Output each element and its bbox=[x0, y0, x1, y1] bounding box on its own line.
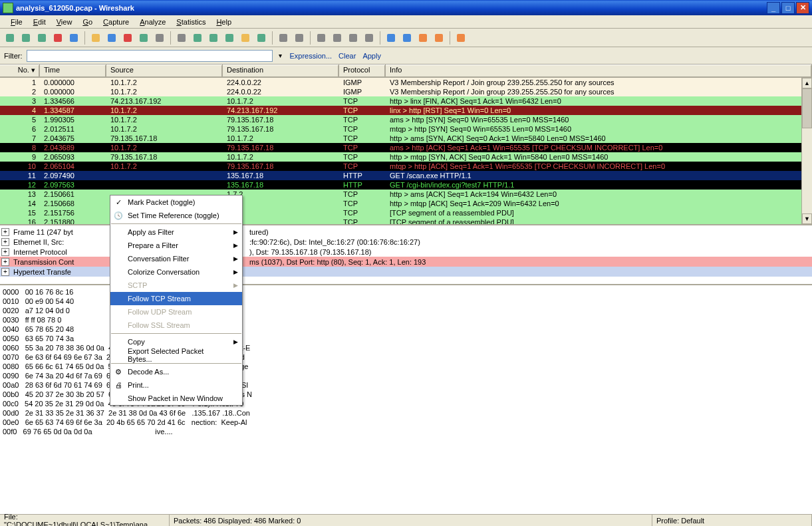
minimize-button[interactable]: _ bbox=[767, 2, 780, 14]
context-print[interactable]: 🖨Print... bbox=[110, 378, 242, 392]
toolbar-auto-scroll-icon[interactable] bbox=[292, 31, 307, 45]
expand-icon[interactable]: + bbox=[1, 268, 9, 276]
toolbar-stop-icon[interactable] bbox=[51, 31, 65, 45]
context-set-time-reference-toggle[interactable]: 🕓Set Time Reference (toggle) bbox=[110, 209, 242, 222]
toolbar-save-icon[interactable] bbox=[104, 31, 119, 45]
context-mark-packet-toggle[interactable]: ✓Mark Packet (toggle) bbox=[110, 196, 242, 209]
cell-time: 0.000000 bbox=[40, 87, 106, 96]
close-button[interactable]: ✕ bbox=[796, 2, 809, 14]
toolbar-capture-options-icon[interactable] bbox=[35, 31, 49, 45]
cell-no: 4 bbox=[0, 106, 40, 115]
menu-go[interactable]: Go bbox=[77, 17, 98, 27]
toolbar-go-last-icon[interactable] bbox=[254, 31, 269, 45]
cell-protocol: TCP bbox=[339, 208, 386, 217]
toolbar-zoom-in-icon[interactable] bbox=[314, 31, 329, 45]
context-separator bbox=[111, 223, 241, 224]
filter-dropdown[interactable]: ▾ bbox=[277, 52, 285, 59]
packet-list-scrollbar[interactable]: ▲ ▼ bbox=[801, 78, 812, 224]
col-header-time[interactable]: Time bbox=[40, 65, 106, 77]
menu-statistics[interactable]: Statistics bbox=[171, 17, 211, 27]
cell-source: 10.1.7.2 bbox=[106, 87, 223, 96]
status-bar: File: "C:\DOCUME~1\dhull\LOCALS~1\Temp\a… bbox=[0, 514, 812, 526]
context-decode-as[interactable]: ⚙Decode As... bbox=[110, 365, 242, 378]
toolbar-display-filters-icon[interactable] bbox=[400, 31, 414, 45]
toolbar-forward-icon[interactable] bbox=[206, 31, 221, 45]
toolbar-reload-icon[interactable] bbox=[136, 31, 151, 45]
menu-capture[interactable]: Capture bbox=[98, 17, 134, 27]
packet-row[interactable]: 82.04368910.1.7.279.135.167.18TCPams > h… bbox=[0, 143, 812, 152]
toolbar-zoom-out-icon[interactable] bbox=[330, 31, 344, 45]
toolbar-zoom-100-icon[interactable] bbox=[346, 31, 360, 45]
svg-rect-0 bbox=[6, 34, 14, 42]
toolbar-coloring-rules-icon[interactable] bbox=[416, 31, 430, 45]
cell-time: 2.065104 bbox=[40, 162, 106, 171]
cell-no: 5 bbox=[0, 115, 40, 124]
packet-row[interactable]: 92.06509379.135.167.1810.1.7.2TCPhttp > … bbox=[0, 152, 812, 162]
expand-icon[interactable]: + bbox=[1, 258, 9, 266]
cell-source: 79.135.167.18 bbox=[106, 152, 223, 162]
toolbar-print-icon[interactable] bbox=[152, 31, 167, 45]
toolbar-capture-filters-icon[interactable] bbox=[384, 31, 398, 45]
context-colorize-conversation[interactable]: Colorize Conversation▶ bbox=[110, 265, 242, 279]
cell-time: 1.990305 bbox=[40, 115, 106, 124]
maximize-button[interactable]: □ bbox=[781, 2, 795, 14]
filter-input[interactable] bbox=[27, 50, 273, 62]
col-header-no[interactable]: No. ▾ bbox=[0, 65, 40, 77]
packet-row[interactable]: 31.33456674.213.167.19210.1.7.2TCPhttp >… bbox=[0, 96, 812, 106]
scroll-thumb[interactable] bbox=[802, 88, 812, 128]
toolbar-list-icon[interactable] bbox=[3, 31, 17, 45]
clear-button[interactable]: Clear bbox=[337, 52, 357, 60]
packet-row[interactable]: 102.06510410.1.7.279.135.167.18TCPmtqp >… bbox=[0, 162, 812, 171]
toolbar-prefs-icon[interactable] bbox=[432, 31, 446, 45]
toolbar-colorize-icon[interactable] bbox=[276, 31, 291, 45]
scroll-up-icon[interactable]: ▲ bbox=[802, 78, 812, 88]
toolbar-jump-icon[interactable] bbox=[222, 31, 237, 45]
packet-row[interactable]: 122.097563135.167.18HTTPGET /cgi-bin/ind… bbox=[0, 180, 812, 190]
packet-row[interactable]: 51.99030510.1.7.279.135.167.18TCPams > h… bbox=[0, 115, 812, 124]
cell-time: 2.043689 bbox=[40, 143, 106, 152]
submenu-arrow-icon: ▶ bbox=[233, 282, 238, 289]
expand-icon[interactable]: + bbox=[1, 228, 9, 236]
packet-row[interactable]: 10.00000010.1.7.2224.0.0.22IGMPV3 Member… bbox=[0, 78, 812, 87]
context-follow-tcp-stream[interactable]: Follow TCP Stream bbox=[110, 292, 242, 305]
context-prepare-a-filter[interactable]: Prepare a Filter▶ bbox=[110, 239, 242, 252]
menu-file[interactable]: File bbox=[5, 17, 28, 27]
toolbar-close-icon[interactable] bbox=[120, 31, 135, 45]
col-header-source[interactable]: Source bbox=[106, 65, 223, 77]
apply-button[interactable]: Apply bbox=[361, 52, 382, 60]
toolbar-capture-icon[interactable] bbox=[19, 31, 33, 45]
packet-row[interactable]: 72.04367579.135.167.1810.1.7.2TCPhttp > … bbox=[0, 134, 812, 143]
svg-rect-5 bbox=[92, 34, 100, 42]
scroll-down-icon[interactable]: ▼ bbox=[802, 213, 812, 224]
context-apply-as-filter[interactable]: Apply as Filter▶ bbox=[110, 225, 242, 239]
toolbar-find-icon[interactable] bbox=[174, 31, 189, 45]
toolbar-resize-cols-icon[interactable] bbox=[362, 31, 376, 45]
menu-analyze[interactable]: Analyze bbox=[134, 17, 171, 27]
packet-row[interactable]: 41.33458710.1.7.274.213.167.192TCPlinx >… bbox=[0, 106, 812, 115]
context-copy[interactable]: Copy▶ bbox=[110, 335, 242, 348]
toolbar-restart-icon[interactable] bbox=[67, 31, 81, 45]
packet-row[interactable]: 62.01251110.1.7.279.135.167.18TCPmtqp > … bbox=[0, 124, 812, 134]
expand-icon[interactable]: + bbox=[1, 248, 9, 256]
menu-help[interactable]: Help bbox=[211, 17, 237, 27]
expression-button[interactable]: Expression... bbox=[289, 52, 334, 60]
col-header-destination[interactable]: Destination bbox=[223, 65, 339, 77]
col-header-info[interactable]: Info bbox=[386, 65, 812, 77]
toolbar-back-icon[interactable] bbox=[190, 31, 205, 45]
packet-row[interactable]: 20.00000010.1.7.2224.0.0.22IGMPV3 Member… bbox=[0, 87, 812, 96]
context-conversation-filter[interactable]: Conversation Filter▶ bbox=[110, 252, 242, 265]
expand-icon[interactable]: + bbox=[1, 238, 9, 246]
menu-edit[interactable]: Edit bbox=[28, 17, 51, 27]
toolbar-go-first-icon[interactable] bbox=[238, 31, 253, 45]
menu-view[interactable]: View bbox=[51, 17, 78, 27]
cell-time: 2.151756 bbox=[40, 208, 106, 217]
context-show-packet-in-new-window[interactable]: Show Packet in New Window bbox=[110, 392, 242, 405]
context-separator bbox=[111, 363, 241, 364]
toolbar-open-icon[interactable] bbox=[88, 31, 103, 45]
context-export-selected-packet-bytes[interactable]: Export Selected Packet Bytes... bbox=[110, 348, 242, 362]
packet-row[interactable]: 112.097490135.167.18HTTPGET /scan.exe HT… bbox=[0, 171, 812, 180]
col-header-protocol[interactable]: Protocol bbox=[339, 65, 386, 77]
toolbar-help-icon[interactable] bbox=[454, 31, 468, 45]
cell-source: 74.213.167.192 bbox=[106, 96, 223, 106]
context-follow-udp-stream: Follow UDP Stream bbox=[110, 305, 242, 319]
